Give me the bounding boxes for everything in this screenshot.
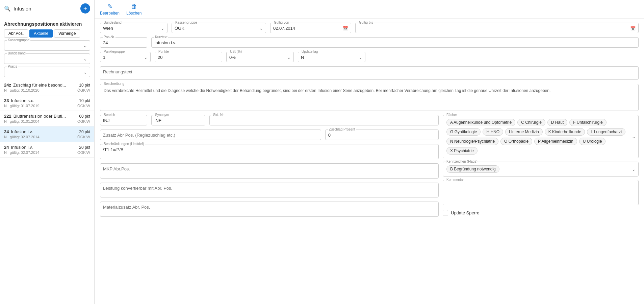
sidebar: 🔍 Infusion + Abrechnungspositionen aktiv… xyxy=(0,0,95,304)
zusatz-abr-pos-field xyxy=(100,130,321,140)
bundesland-filter-label: Bundesland xyxy=(7,51,26,55)
ust-input[interactable] xyxy=(229,53,291,60)
leistung-konvertierbar-field xyxy=(100,183,439,198)
search-input[interactable]: Infusion xyxy=(14,6,78,11)
faecher-tag[interactable]: C Chirurgie xyxy=(517,119,545,126)
praxis-input[interactable]: Dr. Felix Glück xyxy=(7,68,87,75)
item-flag: N gültig: 01.07.2019 xyxy=(4,104,40,108)
faecher-tag[interactable]: G Gynäkologie xyxy=(446,128,481,136)
std-nr-input[interactable] xyxy=(212,117,436,123)
list-item-selected[interactable]: 24Infusion i.v. 20 pkt N gültig: 02.07.2… xyxy=(0,126,94,142)
kurztext-input[interactable] xyxy=(154,39,636,45)
beschreibung-text: Das verabreichte Heilmittel und die Diag… xyxy=(104,88,635,94)
beschraenkungen-label: Beschränkungen (Limitdef) xyxy=(103,142,145,146)
right-panel: Fächer A Augenheilkunde und Optometrie C… xyxy=(443,115,639,217)
gueltig-von-input[interactable] xyxy=(273,24,348,31)
list-item[interactable]: 24Infusion i.v. 20 pkt N gültig: 02.07.2… xyxy=(0,142,94,158)
row-zusatz: Zuschlag Prozent xyxy=(100,130,439,140)
two-col-section: Bereich Synonym Std.-Nr xyxy=(100,115,639,217)
bearbeiten-label: Bearbeiten xyxy=(100,11,120,16)
faecher-tag[interactable]: N Neurologie/Psychiatrie xyxy=(446,138,498,145)
kassengruppe-input[interactable] xyxy=(175,24,263,31)
rechnungstext-input[interactable] xyxy=(103,69,636,74)
zusatz-abr-pos-input[interactable] xyxy=(103,131,318,138)
kurztext-field: Kurztext xyxy=(151,37,639,48)
faecher-tag[interactable]: L Lungenfacharzt xyxy=(587,128,625,136)
mkp-abr-pos-input[interactable] xyxy=(103,165,436,171)
kommentar-label: Kommentar xyxy=(446,178,465,182)
pos-nr-input[interactable] xyxy=(103,39,144,45)
std-nr-field: Std.-Nr xyxy=(209,115,439,125)
beschraenkungen-input[interactable] xyxy=(103,146,436,152)
item-pts: 10 pkt xyxy=(79,98,90,103)
kommentar-textarea[interactable] xyxy=(446,184,635,201)
faecher-tag[interactable]: K Kinderheilkunde xyxy=(545,128,585,136)
item-code: 222 xyxy=(4,114,11,119)
update-sperre-checkbox[interactable] xyxy=(443,210,448,215)
item-code: 24 xyxy=(4,129,9,134)
punkte-field: Punkte xyxy=(155,52,222,62)
bereich-field: Bereich xyxy=(100,115,147,125)
materialzusatz-input[interactable] xyxy=(103,203,436,210)
gueltig-bis-input[interactable] xyxy=(358,24,636,31)
tab-aktuelle[interactable]: Aktuelle xyxy=(29,29,53,38)
bundesland-input[interactable]: Wien xyxy=(7,55,87,62)
gueltig-von-field: Gültig von 📅 xyxy=(270,23,351,33)
rechnungstext-field xyxy=(100,66,639,80)
items-list: 24zZuschlag für eine besond... 10 pkt N … xyxy=(0,80,94,304)
bereich-input[interactable] xyxy=(103,117,144,123)
synonym-input[interactable] xyxy=(154,117,202,123)
faecher-tag[interactable]: H HNO xyxy=(483,128,503,136)
kennzeichen-tag[interactable]: B Begründung notwendig xyxy=(446,165,499,173)
row-3: Punktegruppe ⌄ Punkte USt (%) ⌄ Updatefl… xyxy=(100,52,639,62)
edit-icon: ✎ xyxy=(107,3,112,10)
faecher-tag[interactable]: F Unfallchirurgie xyxy=(569,119,606,126)
kennzeichen-box: Kennzeichen (Flags) B Begründung notwend… xyxy=(443,162,639,177)
bundesland-field: Bundesland ⌄ xyxy=(100,23,168,33)
bundesland-input[interactable] xyxy=(103,24,164,31)
faecher-tag[interactable]: X Psychiatrie xyxy=(446,147,478,155)
punkte-input[interactable] xyxy=(158,53,219,60)
praxis-filter: Praxis Dr. Felix Glück ⌄ xyxy=(4,67,90,77)
leistung-konvertierbar-input[interactable] xyxy=(103,184,436,191)
faecher-tag[interactable]: A Augenheilkunde und Optometrie xyxy=(446,119,515,126)
faecher-tag[interactable]: I Interne Medizin xyxy=(505,128,543,136)
bereich-label: Bereich xyxy=(103,113,116,117)
loeschen-button[interactable]: 🗑 Löschen xyxy=(126,3,141,16)
beschreibung-label: Beschreibung xyxy=(103,82,125,86)
zuschlag-prozent-input[interactable] xyxy=(328,131,436,138)
item-org: ÖGK/W xyxy=(77,88,90,92)
list-item[interactable]: 24zZuschlag für eine besond... 10 pkt N … xyxy=(0,80,94,95)
tab-vorherige[interactable]: Vorherige xyxy=(54,29,80,38)
kennzeichen-chevron-icon: ⌄ xyxy=(632,167,636,172)
item-code: 23 xyxy=(4,98,9,103)
bearbeiten-button[interactable]: ✎ Bearbeiten xyxy=(100,3,120,16)
item-name: Infusion s.c. xyxy=(11,98,34,103)
item-org: ÖGK/W xyxy=(77,135,90,139)
toolbar: ✎ Bearbeiten 🗑 Löschen xyxy=(95,0,644,19)
search-bar: 🔍 Infusion + xyxy=(0,0,94,17)
list-item[interactable]: 222Bluttransfusion oder Bluti... 60 pkt … xyxy=(0,111,94,126)
gueltig-bis-label: Gültig bis xyxy=(358,21,374,24)
form-area: Bundesland ⌄ Kassengruppe ⌄ Gültig von 📅… xyxy=(95,19,644,221)
kassengruppe-input[interactable]: ÖGK xyxy=(7,42,87,49)
kennzeichen-label: Kennzeichen (Flags) xyxy=(446,160,478,163)
item-org: ÖGK/W xyxy=(77,119,90,123)
updateflag-input[interactable] xyxy=(301,53,362,60)
item-name: Bluttransfusion oder Bluti... xyxy=(14,114,66,119)
pos-nr-field: Pos-Nr. xyxy=(100,37,147,48)
add-button[interactable]: + xyxy=(80,3,90,14)
punktegruppe-input[interactable] xyxy=(103,53,148,60)
item-name: Zuschlag für eine besond... xyxy=(13,83,66,88)
item-org: ÖGK/W xyxy=(77,104,90,108)
faecher-tag[interactable]: D Haut xyxy=(547,119,567,126)
faecher-tag[interactable]: O Orthopädie xyxy=(500,138,532,145)
item-org: ÖGK/W xyxy=(77,150,90,155)
beschraenkungen-field: Beschränkungen (Limitdef) xyxy=(100,144,439,159)
list-item[interactable]: 23Infusion s.c. 10 pkt N gültig: 01.07.2… xyxy=(0,95,94,111)
item-pts: 20 pkt xyxy=(79,130,90,134)
item-flag: N gültig: 01.10.2020 xyxy=(4,88,40,92)
item-pts: 60 pkt xyxy=(79,114,90,119)
faecher-tag[interactable]: P Allgemeinmedizin xyxy=(534,138,577,145)
faecher-tag[interactable]: U Urologie xyxy=(579,138,606,145)
